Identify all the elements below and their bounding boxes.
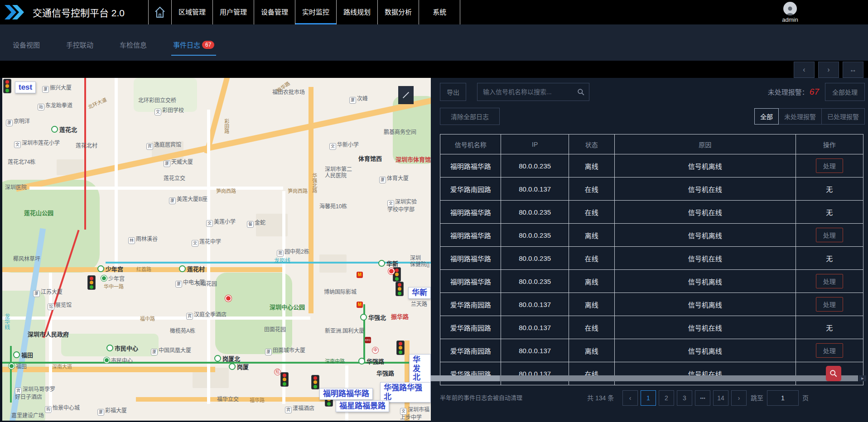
map-canvas[interactable]: MMMKFC中招test厦振兴大厦跆东龙跆拳道厦京明洋北环彩田立交桥文彩田学校厦… <box>2 78 431 421</box>
signal-label[interactable]: 华新 <box>408 287 431 299</box>
process-all-button[interactable]: 全部处理 <box>825 83 865 101</box>
map-label: 龙华线 <box>3 313 10 330</box>
page-button-3[interactable]: 2 <box>659 390 674 406</box>
table-row: 爱华路南园路80.0.0.137在线信号机在线无 <box>440 177 863 201</box>
view-toolbar: ‹ › ↔ <box>0 61 868 78</box>
map-label: 深南大道 <box>52 364 72 370</box>
page-button-4[interactable]: 3 <box>677 390 692 406</box>
nav-item-5[interactable]: 路线规划 <box>337 0 378 24</box>
map-label: 田面花园 <box>264 327 286 333</box>
signal-name-cell: 福明路福华路 <box>440 201 501 224</box>
signal-name-cell: 爱华路南园路 <box>440 339 501 362</box>
reason-cell: 信号机离线 <box>614 270 796 293</box>
next-view-button[interactable]: › <box>818 62 839 78</box>
poi-icon: 林 <box>128 237 135 244</box>
search-icon[interactable] <box>577 88 585 96</box>
page-button-5[interactable]: ••• <box>695 390 710 406</box>
page-button-2[interactable]: 1 <box>641 390 656 406</box>
signal-label[interactable]: test <box>15 82 36 93</box>
signal-label[interactable]: 福明路福华路 <box>319 388 373 400</box>
map-label: 莲花立交 <box>164 176 185 182</box>
subtab-2[interactable]: 手控联动 <box>64 40 95 55</box>
scrollbar-right-arrow[interactable]: ▶ <box>859 375 866 381</box>
traffic-light-icon[interactable] <box>280 372 289 387</box>
status-cell: 在线 <box>569 247 614 270</box>
filter-button-2[interactable]: 未处理报警 <box>778 108 822 125</box>
home-icon <box>154 6 165 18</box>
subtab-3[interactable]: 车检信息 <box>118 40 149 55</box>
subtab-label: 车检信息 <box>120 41 147 49</box>
subtab-4[interactable]: 事件日志67 <box>171 40 216 56</box>
filter-button-1[interactable]: 全部 <box>754 108 779 125</box>
subtab-bar: 设备视图手控联动车检信息事件日志67 <box>0 24 868 61</box>
filter-button-3[interactable]: 已处理报警 <box>821 108 865 125</box>
reason-cell: 信号机离线 <box>614 154 796 177</box>
map-label: 厦田面城市大厦 <box>265 348 305 355</box>
map-label: 红荔路 <box>136 267 151 273</box>
map-label: 少年宫 <box>101 275 125 283</box>
table-row: 福明路福华路80.0.0.235离线信号机离线处理 <box>440 270 863 293</box>
nav-item-7[interactable]: 系统 <box>419 0 460 24</box>
action-cell: 处理 <box>796 270 863 293</box>
map-label: 厦体育大厦 <box>379 176 409 183</box>
map-label: 深圳市体育馆 <box>395 157 431 163</box>
horizontal-scrollbar[interactable] <box>431 375 858 381</box>
traffic-light-icon[interactable] <box>311 375 319 389</box>
status-cell: 在线 <box>569 177 614 201</box>
expand-view-button[interactable]: ↔ <box>843 62 863 78</box>
process-button[interactable]: 处理 <box>816 158 843 173</box>
map-label: 厦彩福大厦 <box>97 408 127 416</box>
traffic-light-icon[interactable] <box>3 79 11 93</box>
nav-item-4[interactable]: 实时监控 <box>295 0 337 24</box>
map-label: 振华路 <box>391 314 409 321</box>
status-cell: 离线 <box>569 270 614 293</box>
poi-brand-icon: KFC <box>365 337 371 343</box>
poi-icon: 厦 <box>379 177 386 183</box>
traffic-light-icon[interactable] <box>87 275 96 290</box>
map-draw-button[interactable] <box>398 86 414 104</box>
map-label: 少年宫 <box>97 265 123 273</box>
unprocessed-label: 未处理报警： <box>768 88 809 96</box>
nav-item-3[interactable]: 设备管理 <box>254 0 295 24</box>
nav-item-6[interactable]: 数据分析 <box>378 0 419 24</box>
process-button[interactable]: 处理 <box>816 343 843 358</box>
column-header: 操作 <box>796 134 863 154</box>
process-button[interactable]: 处理 <box>816 274 843 288</box>
map-label: 兰天路 <box>411 302 427 308</box>
nav-item-2[interactable]: 用户管理 <box>213 0 254 24</box>
ip-cell: 80.0.0.235 <box>501 154 569 177</box>
pagination: ‹123•••14› <box>622 390 747 406</box>
page-button-6[interactable]: 14 <box>713 390 728 406</box>
metro-station-icon <box>378 260 385 267</box>
process-button[interactable]: 处理 <box>816 228 843 242</box>
unprocessed-count: 67 <box>810 87 819 96</box>
map-label: 笋岗西路 <box>288 188 308 194</box>
subtab-1[interactable]: 设备视图 <box>11 40 42 55</box>
user-box[interactable]: admin <box>776 2 805 23</box>
signal-label[interactable]: 华强路华强北 <box>380 382 431 403</box>
search-input[interactable] <box>477 83 589 101</box>
map-label: 椰风林草坪 <box>13 256 40 263</box>
clear-all-logs-button[interactable]: 清除全部日志 <box>440 108 500 125</box>
traffic-light-icon[interactable] <box>396 340 405 355</box>
prev-view-button[interactable]: ‹ <box>794 62 815 78</box>
process-button[interactable]: 处理 <box>816 297 843 312</box>
jump-input[interactable] <box>767 390 799 406</box>
poi-icon: 文 <box>387 200 394 207</box>
traffic-light-icon[interactable] <box>395 282 404 296</box>
page-button-1[interactable]: ‹ <box>622 390 638 406</box>
poi-icon: 宾 <box>15 388 22 394</box>
top-navbar: 交通信号控制平台 2.0 区域管理用户管理设备管理实时监控路线规划数据分析系统 … <box>0 0 868 24</box>
page-button-7[interactable]: › <box>731 390 747 406</box>
poi-icon: 文 <box>329 143 336 150</box>
scrollbar-thumb[interactable] <box>431 375 500 381</box>
magnifier-icon <box>829 369 838 378</box>
table-search-fab[interactable] <box>826 366 841 381</box>
nav-item-1[interactable]: 区域管理 <box>172 0 213 24</box>
signal-label[interactable]: 华发北 <box>409 354 431 384</box>
signal-label[interactable]: 福星路福景路 <box>336 400 389 412</box>
map-label: 厦江苏大厦 <box>33 289 63 297</box>
home-button[interactable] <box>148 0 172 24</box>
poi-icon: 跆 <box>38 104 44 110</box>
export-button[interactable]: 导出 <box>440 83 466 101</box>
